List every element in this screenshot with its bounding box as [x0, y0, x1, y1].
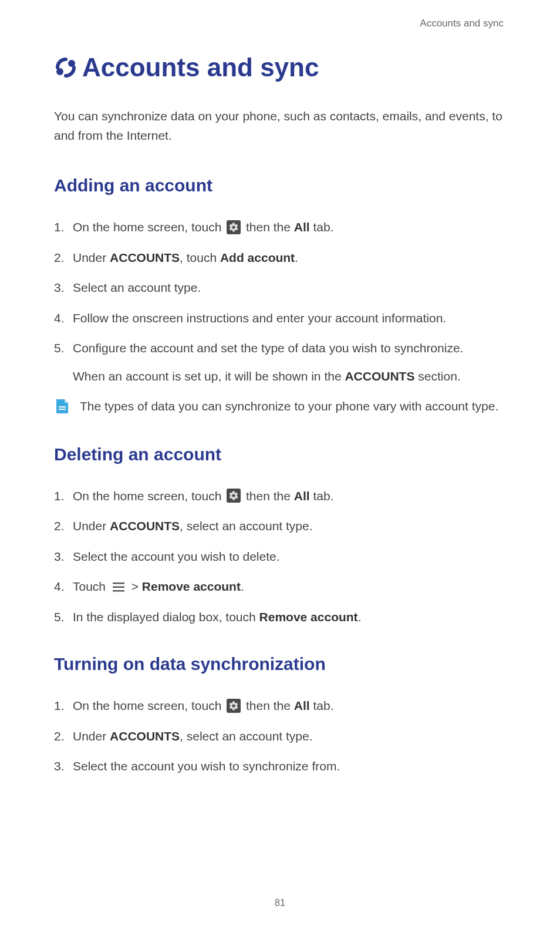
running-header: Accounts and sync [54, 18, 506, 29]
page-title: Accounts and sync [54, 53, 506, 82]
section-adding-heading: Adding an account [54, 176, 506, 196]
note-icon [54, 398, 70, 415]
deleting-steps: On the home screen, touch then the All t… [54, 487, 506, 627]
list-item: Touch > Remove account. [54, 577, 506, 596]
list-item: On the home screen, touch then the All t… [54, 487, 506, 506]
list-item: Configure the account and set the type o… [54, 339, 506, 385]
list-item: Follow the onscreen instructions and ent… [54, 309, 506, 328]
settings-icon [227, 220, 241, 234]
note-text: The types of data you can synchronize to… [80, 397, 506, 416]
list-item: Select the account you wish to delete. [54, 547, 506, 566]
svg-point-1 [56, 68, 63, 75]
list-item: Under ACCOUNTS, select an account type. [54, 517, 506, 536]
page-number: 81 [0, 898, 560, 908]
list-item: In the displayed dialog box, touch Remov… [54, 608, 506, 627]
page-title-text: Accounts and sync [82, 53, 319, 82]
list-item: On the home screen, touch then the All t… [54, 696, 506, 715]
svg-rect-2 [59, 406, 66, 408]
settings-icon [227, 489, 241, 503]
svg-rect-3 [59, 409, 66, 410]
list-item: Under ACCOUNTS, select an account type. [54, 727, 506, 746]
section-turning-heading: Turning on data synchronization [54, 654, 506, 674]
list-item: Under ACCOUNTS, touch Add account. [54, 248, 506, 267]
adding-steps: On the home screen, touch then the All t… [54, 218, 506, 385]
svg-rect-5 [113, 586, 124, 588]
svg-rect-4 [113, 582, 124, 584]
section-deleting-heading: Deleting an account [54, 445, 506, 464]
list-item: Select an account type. [54, 278, 506, 297]
menu-icon [112, 581, 126, 593]
note-row: The types of data you can synchronize to… [54, 397, 506, 416]
turning-steps: On the home screen, touch then the All t… [54, 696, 506, 776]
svg-rect-6 [113, 590, 124, 592]
settings-icon [227, 699, 241, 713]
list-item: Select the account you wish to synchroni… [54, 757, 506, 776]
list-item: On the home screen, touch then the All t… [54, 218, 506, 237]
intro-text: You can synchronize data on your phone, … [54, 107, 506, 145]
sync-icon [54, 56, 77, 79]
